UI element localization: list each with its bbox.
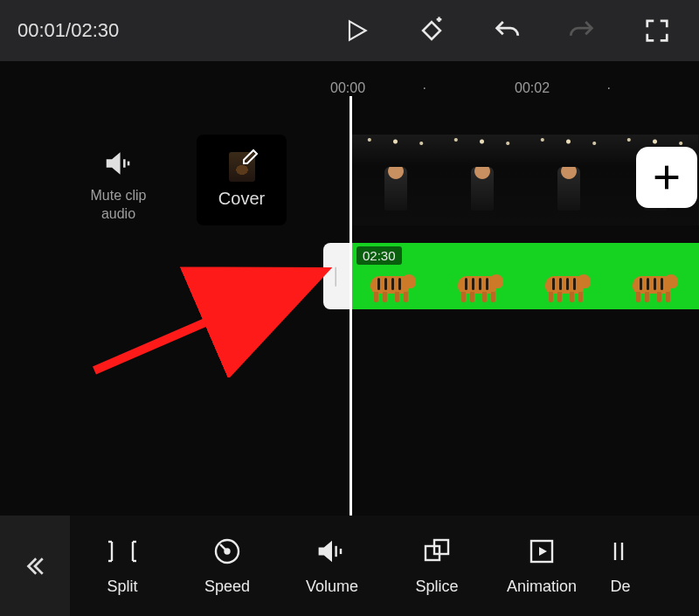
tool-label: De [610,578,630,596]
overlay-frame [612,243,699,309]
video-frame [352,135,439,225]
tool-splice[interactable]: Splice [384,536,489,596]
mute-label-line2: audio [68,205,169,224]
bottom-toolbar: Split Speed Volume Splice Animation [0,516,699,616]
mute-clip-audio-button[interactable]: Mute clip audio [68,149,169,224]
svg-marker-16 [539,547,547,556]
mute-label-line1: Mute clip [68,187,169,205]
video-frame [525,135,612,225]
back-button[interactable] [0,516,70,616]
total-time: 02:30 [71,19,119,41]
playback-controls [339,13,675,48]
chevron-double-left-icon [22,553,48,579]
redo-button[interactable] [564,13,599,48]
play-button[interactable] [339,13,374,48]
ruler-mark: 00:02 [515,80,607,96]
time-display: 00:01/02:30 [17,19,119,42]
tool-animation[interactable]: Animation [489,536,594,596]
play-icon [343,17,370,45]
video-frame [439,135,525,225]
svg-marker-0 [350,21,366,39]
overlay-frame [524,243,612,309]
cover-button[interactable]: Cover [197,135,287,225]
keyframe-icon [417,16,446,45]
ruler-dot: · [607,80,700,96]
tool-label: Volume [306,578,358,596]
overlay-track[interactable]: │ 02:30 [323,243,699,309]
overlay-clip[interactable]: 02:30 [350,243,699,309]
svg-point-10 [225,550,230,554]
ruler-dot: · [423,80,516,96]
redo-icon [567,16,597,45]
add-clip-button[interactable] [636,147,697,208]
tool-label: Animation [507,578,577,596]
delete-icon [610,536,631,567]
current-time: 00:01 [17,19,66,41]
pencil-icon [241,145,262,166]
keyframe-button[interactable] [414,13,449,48]
clip-trim-handle[interactable]: │ [323,243,350,309]
cover-thumbnail [229,152,255,182]
overlay-frame [437,243,524,309]
toolbar-items: Split Speed Volume Splice Animation [70,536,699,596]
split-icon [107,536,138,567]
fullscreen-icon [644,17,670,44]
speaker-icon [68,149,169,178]
tool-label: Speed [204,578,250,596]
tool-label: Split [107,578,137,596]
top-bar: 00:01/02:30 [0,0,699,61]
splice-icon [421,536,453,567]
plus-icon [649,160,684,195]
tool-delete-partial[interactable]: De [594,536,647,596]
undo-icon [492,16,522,45]
svg-line-8 [94,274,316,370]
timeline-ruler[interactable]: 00:00 · 00:02 · [0,61,699,96]
animation-icon [526,536,557,567]
fullscreen-button[interactable] [640,13,675,48]
tool-label: Splice [415,578,458,596]
tool-speed[interactable]: Speed [175,536,280,596]
timeline-area[interactable]: Mute clip audio Cover │ 02:30 [0,96,699,516]
cover-label: Cover [218,189,265,209]
volume-icon [315,536,350,567]
clip-duration-badge: 02:30 [356,246,402,265]
undo-button[interactable] [489,13,524,48]
tool-volume[interactable]: Volume [280,536,384,596]
speed-icon [211,536,243,567]
playhead[interactable] [350,96,352,516]
tool-split[interactable]: Split [70,536,175,596]
annotation-arrow [87,264,341,377]
ruler-mark: 00:00 [330,80,423,96]
